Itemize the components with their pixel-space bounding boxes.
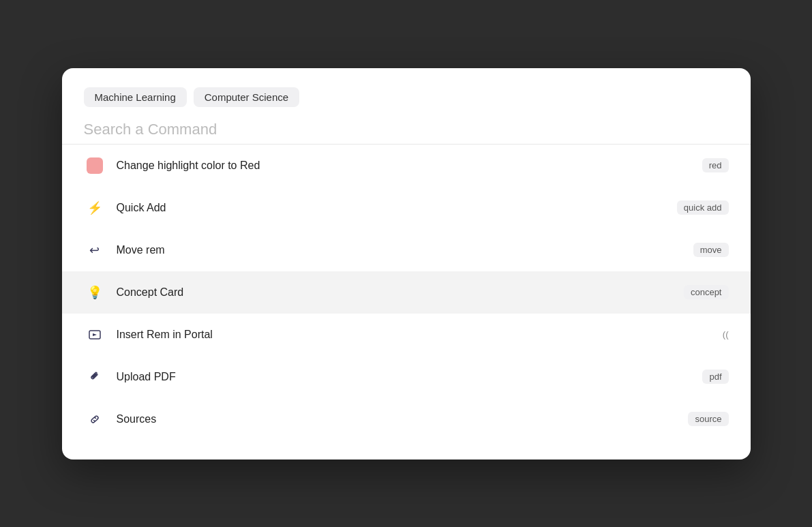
search-row: [62, 121, 751, 138]
command-item-quick-add[interactable]: ⚡ Quick Add quick add: [62, 187, 751, 229]
command-shortcut: ((: [723, 329, 729, 340]
tag-computer-science[interactable]: Computer Science: [194, 87, 299, 107]
command-item-upload-pdf[interactable]: Upload PDF pdf: [62, 356, 751, 398]
search-input[interactable]: [84, 121, 729, 138]
command-shortcut: source: [688, 412, 728, 426]
command-label: Quick Add: [117, 202, 677, 214]
link-icon: [84, 412, 106, 426]
clip-icon: [84, 370, 106, 384]
command-label: Upload PDF: [117, 371, 703, 383]
command-shortcut: quick add: [677, 200, 729, 215]
command-label: Change highlight color to Red: [117, 160, 702, 172]
command-shortcut: red: [702, 158, 729, 172]
command-label: Concept Card: [117, 286, 684, 299]
tags-row: Machine Learning Computer Science: [62, 87, 751, 121]
tag-machine-learning[interactable]: Machine Learning: [84, 87, 187, 107]
bulb-icon: 💡: [84, 285, 106, 300]
command-item-change-highlight-red[interactable]: Change highlight color to Red red: [62, 145, 751, 187]
command-item-move-rem[interactable]: ↩ Move rem move: [62, 229, 751, 271]
command-shortcut: concept: [684, 285, 729, 299]
move-icon: ↩: [84, 243, 106, 258]
portal-icon: [84, 328, 106, 342]
command-item-concept-card[interactable]: 💡 Concept Card concept: [62, 271, 751, 314]
command-item-insert-rem-portal[interactable]: Insert Rem in Portal ((: [62, 314, 751, 356]
command-item-sources[interactable]: Sources source: [62, 398, 751, 440]
command-palette: Machine Learning Computer Science Change…: [62, 68, 751, 460]
command-label: Insert Rem in Portal: [117, 329, 723, 341]
lightning-icon: ⚡: [84, 200, 106, 215]
red-circle-icon: [84, 157, 106, 174]
command-label: Sources: [117, 413, 689, 425]
command-shortcut: pdf: [702, 370, 728, 384]
command-shortcut: move: [693, 243, 729, 257]
command-list: Change highlight color to Red red ⚡ Quic…: [62, 145, 751, 440]
command-label: Move rem: [117, 244, 693, 256]
